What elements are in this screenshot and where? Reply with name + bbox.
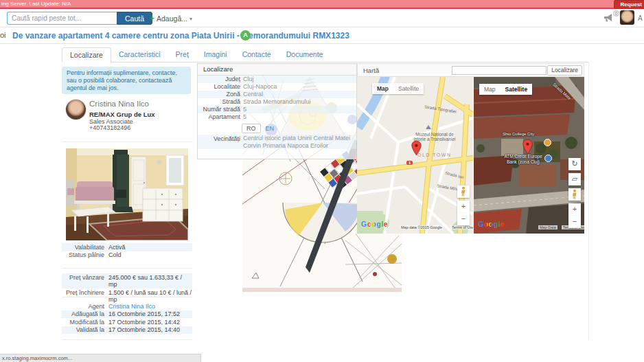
bank-poi-icon[interactable] bbox=[544, 155, 552, 162]
panel-row-numar-strada: Număr stradă 5 bbox=[198, 106, 356, 113]
panel-row-vecinatati: Vecinătăți Centrul istoric piata Unirii … bbox=[198, 135, 356, 149]
rotate-control[interactable]: ↻ bbox=[568, 158, 581, 170]
panel-row-strada: Stradă Strada Memorandumului bbox=[198, 98, 356, 106]
agent-company: RE/MAX Grup de Lux bbox=[89, 111, 155, 118]
divider bbox=[62, 297, 192, 297]
tab-contacte[interactable]: Contacte bbox=[235, 47, 279, 63]
user-name-fragment: A bbox=[638, 14, 643, 22]
app-header: Caută + Adaugă... ▾ 0 A bbox=[0, 9, 644, 27]
property-tabs: Localizare Caracteristici Preț Imagini C… bbox=[62, 47, 588, 63]
price-fields: Preț vânzare 245.000 € sau 1.633,33 € / … bbox=[62, 273, 192, 304]
lang-tab-ro[interactable]: RO bbox=[242, 124, 261, 133]
panel-row-zona: Zonă Central bbox=[198, 91, 356, 98]
satmap-map-button[interactable]: Map bbox=[479, 84, 501, 95]
panel-row-localitate: Localitate Cluj-Napoca bbox=[198, 83, 356, 91]
localizare-panel: Localizare Județ Cluj Localitate Cluj-Na… bbox=[197, 63, 357, 159]
divider bbox=[62, 142, 192, 142]
field-row-valabilitate: Valabilitate Activă bbox=[62, 243, 192, 251]
notification-count-badge: 0 bbox=[613, 10, 619, 16]
agent-phone: +40743182496 bbox=[89, 124, 130, 131]
property-photo[interactable] bbox=[66, 148, 188, 240]
field-row-adaugata: Adăugată la 16 Octombrie 2015, 17:52 bbox=[62, 310, 192, 319]
map-attribution: Map data ©2015 Google bbox=[400, 225, 444, 229]
link-preview-statusbar: x.ro.staging.maximocrm.com... bbox=[0, 354, 201, 362]
google-logo[interactable]: Google bbox=[361, 220, 388, 228]
notifications-button[interactable]: 0 bbox=[603, 12, 618, 25]
map-card-header: Hartă Localizare bbox=[357, 63, 584, 77]
field-row-modificata: Modificată la 17 Octombrie 2015, 14:42 bbox=[62, 318, 192, 326]
crm-property-page: ing Server. Last Update: N/A Request Cau… bbox=[0, 0, 644, 362]
agent-link[interactable]: Cristina Nina Ilco bbox=[108, 303, 155, 310]
language-tabs: RO EN bbox=[242, 124, 356, 133]
satellite-map[interactable]: Map Satellite Shto College City ATM Cred… bbox=[474, 77, 584, 234]
tilt-control[interactable]: ▱ bbox=[568, 173, 581, 185]
property-marker-pin bbox=[411, 141, 422, 159]
title-bar: oi De vanzare apartament 4 camere centru… bbox=[0, 27, 644, 44]
zoom-out-button[interactable]: − bbox=[568, 216, 581, 228]
map-card-title: Hartă bbox=[363, 67, 452, 74]
page-title: De vanzare apartament 4 camere centru zo… bbox=[12, 31, 349, 41]
meta-fields: Agent Cristina Nina Ilco Adăugată la 16 … bbox=[62, 302, 192, 334]
map-attribution: Map Data bbox=[538, 225, 557, 229]
google-logo[interactable]: Google bbox=[478, 220, 505, 228]
map-locate-input[interactable] bbox=[452, 66, 547, 75]
pegman-control[interactable] bbox=[568, 188, 581, 201]
zoom-in-button[interactable]: + bbox=[457, 201, 470, 213]
zoom-out-button[interactable]: − bbox=[457, 213, 470, 225]
satmap-map-type-control: Map Satellite bbox=[479, 84, 532, 95]
field-row-pret-vanzare: Preț vânzare 245.000 € sau 1.633,33 € / … bbox=[62, 273, 192, 289]
agent-avatar bbox=[66, 100, 86, 120]
agent-name: Cristina Nina Ilco bbox=[89, 100, 149, 108]
chevron-down-icon: ▾ bbox=[189, 16, 192, 22]
road-map[interactable]: Map Satellite Strada Tipografiei Muzeul … bbox=[357, 77, 473, 234]
route-shield: 1 bbox=[406, 161, 413, 165]
museum-label: Muzeul Național de Istorie a Transilvani… bbox=[411, 132, 459, 142]
staging-banner: ing Server. Last Update: N/A Request bbox=[0, 0, 644, 9]
localizare-panel-title: Localizare bbox=[198, 64, 356, 76]
plus-icon: + bbox=[150, 14, 154, 23]
pegman-icon bbox=[571, 189, 578, 199]
divider bbox=[62, 339, 192, 340]
tab-caracteristici[interactable]: Caracteristici bbox=[111, 47, 168, 63]
roadmap-map-button[interactable]: Map bbox=[372, 83, 393, 94]
add-label: Adaugă... bbox=[157, 14, 187, 23]
restaurant-poi-icon[interactable] bbox=[544, 139, 551, 146]
pegman-icon bbox=[460, 186, 467, 196]
property-marker-pin bbox=[522, 139, 533, 157]
tab-pret[interactable]: Preț bbox=[168, 47, 196, 63]
global-search: Caută bbox=[7, 12, 152, 25]
add-dropdown[interactable]: + Adaugă... ▾ bbox=[150, 14, 192, 23]
back-link-fragment[interactable]: oi bbox=[0, 31, 6, 39]
zoom-in-button[interactable]: + bbox=[568, 203, 581, 216]
lang-tab-en[interactable]: EN bbox=[261, 124, 279, 133]
terms-of-use-link[interactable]: Terms of Use bbox=[450, 225, 473, 229]
field-row-validata: Validată la 17 Octombrie 2015, 14:40 bbox=[62, 326, 192, 335]
divider bbox=[62, 268, 192, 269]
tab-documente[interactable]: Documente bbox=[279, 47, 331, 63]
satmap-satellite-button[interactable]: Satellite bbox=[501, 84, 533, 95]
search-button[interactable]: Caută bbox=[117, 12, 152, 25]
map-locate-button[interactable]: Localizare bbox=[547, 65, 582, 76]
roadmap-map-type-control: Map Satellite bbox=[372, 83, 424, 94]
agent-card: Cristina Nina Ilco RE/MAX Grup de Lux Sa… bbox=[62, 98, 192, 139]
staging-status-text: ing Server. Last Update: N/A bbox=[1, 1, 71, 7]
field-row-status-palnie: Status pâlnie Cold bbox=[62, 251, 192, 260]
pegman-control[interactable] bbox=[457, 185, 470, 198]
tab-localizare[interactable]: Localizare bbox=[62, 47, 111, 63]
roadmap-satellite-button[interactable]: Satellite bbox=[393, 83, 424, 94]
district-label: OLD TOWN bbox=[417, 152, 451, 157]
tab-imagini[interactable]: Imagini bbox=[196, 47, 235, 63]
panel-row-judet: Județ Cluj bbox=[198, 76, 356, 83]
field-row-agent: Agent Cristina Nina Ilco bbox=[62, 302, 192, 310]
search-input[interactable] bbox=[7, 12, 117, 25]
content-border bbox=[588, 63, 589, 340]
panel-row-apartament: Apartament 5 bbox=[198, 113, 356, 121]
living-room-image bbox=[66, 148, 188, 240]
agent-info-box: Pentru informații suplimentare, contacte… bbox=[62, 67, 191, 94]
active-status-badge: A bbox=[240, 30, 251, 41]
poi-label-college: Shto College City bbox=[503, 132, 534, 136]
request-button[interactable]: Request bbox=[614, 0, 644, 9]
user-avatar[interactable] bbox=[620, 10, 634, 25]
status-fields: Valabilitate Activă Status pâlnie Cold bbox=[62, 243, 192, 259]
field-row-pret-inchiriere: Preț închiriere 1.500 € / lună sau 10 € … bbox=[62, 289, 192, 304]
